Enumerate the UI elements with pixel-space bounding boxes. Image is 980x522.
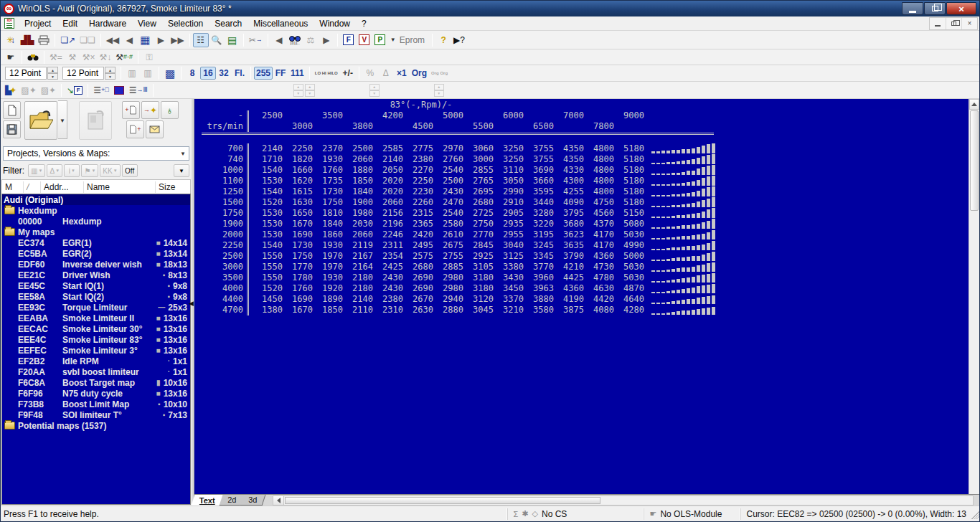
map-cell[interactable]: 4990 — [614, 240, 644, 251]
map-cell[interactable]: 1530 — [253, 176, 283, 186]
map-cell[interactable]: 3790 — [554, 251, 584, 262]
map-cell[interactable]: 2765 — [463, 176, 494, 186]
map-cell[interactable]: 4870 — [614, 283, 644, 294]
map-cell[interactable]: 2540 — [433, 165, 463, 176]
map-cell[interactable]: 2311 — [373, 240, 403, 251]
panel-splitter[interactable]: ◀ — [192, 99, 194, 506]
map-cell[interactable]: 1840 — [343, 186, 373, 197]
map-cell[interactable]: 4425 — [554, 272, 584, 283]
map-wizard-3-icon[interactable]: ▨✦ — [39, 83, 58, 98]
view-binary-button[interactable]: 111 — [288, 67, 306, 80]
connect-cable-icon[interactable]: ✂→ — [247, 33, 265, 47]
map-cell[interactable]: 1690 — [283, 294, 313, 305]
map-cell[interactable]: 2060 — [343, 229, 373, 240]
horizontal-scroll-thumb[interactable] — [285, 497, 600, 504]
tree-folder[interactable]: Hexdump — [2, 205, 190, 216]
map-cell[interactable]: 3770 — [524, 262, 554, 272]
horizontal-scrollbar[interactable] — [273, 495, 974, 506]
map-cell[interactable]: 1540 — [253, 186, 283, 197]
map-cell[interactable]: 2020 — [373, 176, 403, 186]
filter-info-button[interactable]: i▼ — [64, 164, 80, 177]
map-cell[interactable]: 2855 — [463, 165, 494, 176]
preview-window-icon[interactable]: 🔍 — [209, 33, 225, 47]
map-cell[interactable]: 3050 — [494, 176, 524, 186]
panel-mode-combobox[interactable]: Projects, Versions & Maps: ▼ — [3, 146, 189, 161]
map-cell[interactable]: 2940 — [433, 294, 463, 305]
map-cell[interactable]: 4190 — [554, 294, 584, 305]
map-cell[interactable]: 2140 — [373, 154, 403, 165]
map-cell[interactable]: 2180 — [343, 272, 373, 283]
map-cell[interactable]: 5180 — [614, 154, 644, 165]
resize-grip[interactable] — [969, 509, 979, 519]
map-cell[interactable]: 2630 — [403, 305, 433, 315]
map-cell[interactable]: 4640 — [614, 294, 644, 305]
map-cell[interactable]: 2380 — [373, 294, 403, 305]
map-cell[interactable]: 3660 — [524, 176, 554, 186]
map-cell[interactable]: 2750 — [463, 219, 494, 229]
map-cell[interactable]: 2315 — [403, 208, 433, 219]
map-cell[interactable]: 3120 — [463, 294, 494, 305]
map-cell[interactable]: 2167 — [343, 251, 373, 262]
byte-order-button[interactable]: LO HI HILO — [313, 67, 340, 80]
map-cell[interactable]: 2250 — [403, 176, 433, 186]
map-cell[interactable]: 2500 — [343, 143, 373, 154]
map-cell[interactable]: 2380 — [403, 154, 433, 165]
map-cell[interactable]: 2180 — [343, 283, 373, 294]
map-cell[interactable]: 2695 — [463, 186, 494, 197]
filter-flag-button[interactable]: ⚑▼ — [81, 164, 98, 177]
tree-map-item[interactable]: EC5BAEGR(2)■13x14 — [2, 248, 190, 259]
map-cell[interactable]: 1840 — [313, 219, 343, 229]
map-cell[interactable]: 1810 — [313, 208, 343, 219]
menu-hardware[interactable]: Hardware — [83, 17, 132, 30]
obd-hand-icon[interactable]: ☛ — [3, 51, 19, 64]
map-cell[interactable]: 2755 — [433, 251, 463, 262]
map-cell[interactable]: 3220 — [524, 219, 554, 229]
map-cell[interactable]: 2495 — [403, 240, 433, 251]
map-cell[interactable]: 1770 — [283, 262, 313, 272]
map-cell[interactable]: 2119 — [343, 240, 373, 251]
menu-edit[interactable]: Edit — [57, 17, 83, 30]
previous-map-icon[interactable]: ◀ — [121, 33, 137, 47]
send-mail-button[interactable] — [146, 120, 164, 138]
scroll-left-icon[interactable] — [273, 496, 284, 505]
map-cell[interactable]: 2775 — [403, 143, 433, 154]
axis-spinner-c[interactable]: ▲▼ — [369, 84, 380, 97]
map-cell[interactable]: 2690 — [403, 272, 433, 283]
filter-off-button[interactable]: Off — [122, 164, 138, 177]
view-hex-button[interactable]: FF — [273, 67, 288, 80]
tree-map-item[interactable]: EE21CDriver Wish▪8x13 — [2, 270, 190, 280]
map-cell[interactable]: 1530 — [253, 219, 283, 229]
map-cell[interactable]: 3690 — [524, 165, 554, 176]
map-cell[interactable]: 3000 — [463, 154, 494, 165]
checksum-equal-icon[interactable]: ⚒= — [47, 51, 65, 64]
tree-map-item[interactable]: F9F48SOI limiteur T°▪7x13 — [2, 409, 190, 420]
map-cell[interactable]: 3040 — [494, 240, 524, 251]
tree-map-item[interactable]: EEE4CSmoke Limiteur 83°■13x16 — [2, 334, 190, 345]
map-cell[interactable]: 1900 — [343, 197, 373, 208]
map-cell[interactable]: 1850 — [343, 176, 373, 186]
menu-search[interactable]: Search — [209, 17, 248, 30]
map-cell[interactable]: 3210 — [494, 305, 524, 315]
map-cell[interactable]: 5180 — [614, 176, 644, 186]
map-cell[interactable]: 1920 — [313, 283, 343, 294]
map-cell[interactable]: 3345 — [524, 251, 554, 262]
map-cell[interactable]: 2575 — [403, 251, 433, 262]
map-cell[interactable]: 1615 — [283, 186, 313, 197]
close-button[interactable]: × — [946, 2, 976, 15]
map-cell[interactable]: 2760 — [433, 154, 463, 165]
map-cell[interactable]: 3595 — [524, 186, 554, 197]
map-cell[interactable]: 3623 — [554, 229, 584, 240]
map-cell[interactable]: 4360 — [584, 251, 614, 262]
map-cell[interactable]: 2770 — [463, 229, 494, 240]
tree-map-item[interactable]: EECACSmoke Limiteur 30°■13x16 — [2, 323, 190, 334]
map-cell[interactable]: 3963 — [524, 283, 554, 294]
map-cell[interactable]: 2060 — [343, 154, 373, 165]
axis-spinner-b[interactable]: ▲▼ — [305, 84, 315, 97]
map-cell[interactable]: 1780 — [283, 272, 313, 283]
map-cell[interactable]: 2020 — [373, 186, 403, 197]
map-cell[interactable]: 5000 — [614, 251, 644, 262]
map-cell[interactable]: 4420 — [584, 294, 614, 305]
map-cell[interactable]: 4280 — [614, 305, 644, 315]
open-project-dropdown-icon[interactable]: ▼ — [58, 100, 67, 139]
filter-more-dropdown-icon[interactable]: ▼ — [174, 164, 189, 177]
